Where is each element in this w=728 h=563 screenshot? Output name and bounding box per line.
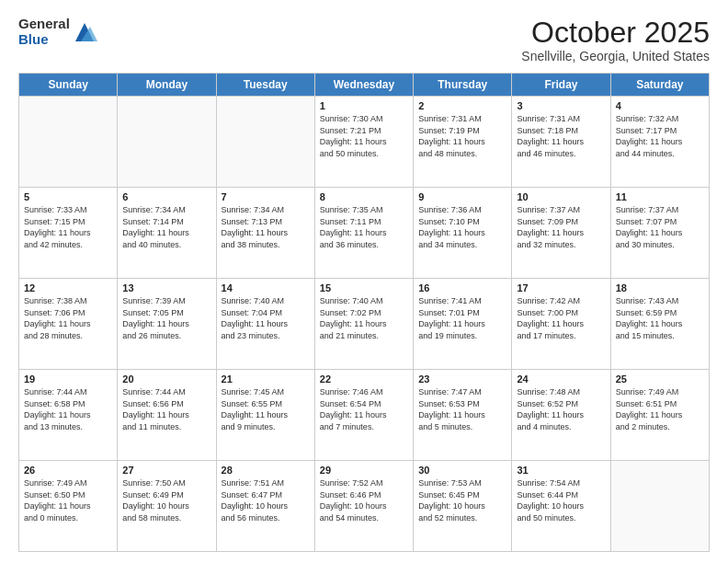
calendar-cell: 7Sunrise: 7:34 AM Sunset: 7:13 PM Daylig…: [216, 188, 314, 279]
calendar-cell: 1Sunrise: 7:30 AM Sunset: 7:21 PM Daylig…: [314, 97, 413, 188]
header-row: SundayMondayTuesdayWednesdayThursdayFrid…: [19, 74, 710, 97]
calendar-week-row: 26Sunrise: 7:49 AM Sunset: 6:50 PM Dayli…: [19, 461, 710, 552]
day-number: 27: [122, 465, 210, 476]
calendar-week-row: 19Sunrise: 7:44 AM Sunset: 6:58 PM Dayli…: [19, 370, 710, 461]
calendar-cell: 30Sunrise: 7:53 AM Sunset: 6:45 PM Dayli…: [414, 461, 512, 552]
day-info: Sunrise: 7:44 AM Sunset: 6:56 PM Dayligh…: [122, 386, 210, 432]
day-number: 31: [517, 465, 605, 476]
day-info: Sunrise: 7:49 AM Sunset: 6:50 PM Dayligh…: [24, 477, 112, 523]
day-number: 5: [24, 191, 112, 202]
calendar-cell: 31Sunrise: 7:54 AM Sunset: 6:44 PM Dayli…: [512, 461, 610, 552]
day-info: Sunrise: 7:37 AM Sunset: 7:07 PM Dayligh…: [616, 204, 704, 250]
calendar-cell: 15Sunrise: 7:40 AM Sunset: 7:02 PM Dayli…: [314, 279, 413, 370]
day-info: Sunrise: 7:51 AM Sunset: 6:47 PM Dayligh…: [222, 477, 310, 523]
location: Snellville, Georgia, United States: [521, 49, 710, 63]
day-info: Sunrise: 7:54 AM Sunset: 6:44 PM Dayligh…: [517, 477, 605, 523]
day-info: Sunrise: 7:32 AM Sunset: 7:17 PM Dayligh…: [616, 113, 704, 159]
day-of-week-header: Thursday: [414, 74, 512, 97]
calendar-cell: [610, 461, 709, 552]
calendar-cell: 25Sunrise: 7:49 AM Sunset: 6:51 PM Dayli…: [610, 370, 709, 461]
day-number: 30: [418, 465, 506, 476]
day-info: Sunrise: 7:30 AM Sunset: 7:21 PM Dayligh…: [320, 113, 408, 159]
day-info: Sunrise: 7:34 AM Sunset: 7:14 PM Dayligh…: [122, 204, 210, 250]
day-info: Sunrise: 7:43 AM Sunset: 6:59 PM Dayligh…: [616, 295, 704, 341]
day-info: Sunrise: 7:31 AM Sunset: 7:18 PM Dayligh…: [517, 113, 605, 159]
calendar-cell: 29Sunrise: 7:52 AM Sunset: 6:46 PM Dayli…: [314, 461, 413, 552]
day-number: 18: [616, 282, 704, 293]
calendar-week-row: 5Sunrise: 7:33 AM Sunset: 7:15 PM Daylig…: [19, 188, 710, 279]
day-number: 14: [222, 282, 310, 293]
day-number: 4: [616, 100, 704, 111]
calendar-cell: 9Sunrise: 7:36 AM Sunset: 7:10 PM Daylig…: [414, 188, 512, 279]
calendar-cell: [216, 97, 314, 188]
day-info: Sunrise: 7:37 AM Sunset: 7:09 PM Dayligh…: [517, 204, 605, 250]
calendar-cell: 8Sunrise: 7:35 AM Sunset: 7:11 PM Daylig…: [314, 188, 413, 279]
day-number: 22: [320, 373, 408, 385]
calendar-cell: 20Sunrise: 7:44 AM Sunset: 6:56 PM Dayli…: [118, 370, 216, 461]
day-info: Sunrise: 7:45 AM Sunset: 6:55 PM Dayligh…: [222, 386, 310, 432]
calendar-cell: 24Sunrise: 7:48 AM Sunset: 6:52 PM Dayli…: [512, 370, 610, 461]
calendar-cell: 14Sunrise: 7:40 AM Sunset: 7:04 PM Dayli…: [216, 279, 314, 370]
day-info: Sunrise: 7:53 AM Sunset: 6:45 PM Dayligh…: [418, 477, 506, 523]
day-number: 23: [418, 373, 506, 385]
day-number: 17: [517, 282, 605, 293]
calendar-cell: [19, 97, 118, 188]
day-number: 3: [517, 100, 605, 111]
day-number: 25: [616, 373, 704, 385]
day-number: 24: [517, 373, 605, 385]
page: General Blue October 2025 Snellville, Ge…: [0, 0, 728, 563]
calendar-cell: [118, 97, 216, 188]
day-info: Sunrise: 7:38 AM Sunset: 7:06 PM Dayligh…: [24, 295, 112, 341]
calendar-cell: 17Sunrise: 7:42 AM Sunset: 7:00 PM Dayli…: [512, 279, 610, 370]
day-number: 9: [418, 191, 506, 202]
day-number: 6: [122, 191, 210, 202]
day-number: 21: [222, 373, 310, 385]
day-number: 28: [222, 465, 310, 476]
calendar-cell: 18Sunrise: 7:43 AM Sunset: 6:59 PM Dayli…: [610, 279, 709, 370]
day-info: Sunrise: 7:40 AM Sunset: 7:04 PM Dayligh…: [222, 295, 310, 341]
calendar-cell: 19Sunrise: 7:44 AM Sunset: 6:58 PM Dayli…: [19, 370, 118, 461]
calendar-cell: 2Sunrise: 7:31 AM Sunset: 7:19 PM Daylig…: [414, 97, 512, 188]
day-number: 11: [616, 191, 704, 202]
day-number: 10: [517, 191, 605, 202]
day-info: Sunrise: 7:35 AM Sunset: 7:11 PM Dayligh…: [320, 204, 408, 250]
day-info: Sunrise: 7:49 AM Sunset: 6:51 PM Dayligh…: [616, 386, 704, 432]
calendar-cell: 11Sunrise: 7:37 AM Sunset: 7:07 PM Dayli…: [610, 188, 709, 279]
day-of-week-header: Wednesday: [314, 74, 413, 97]
calendar-cell: 23Sunrise: 7:47 AM Sunset: 6:53 PM Dayli…: [414, 370, 512, 461]
day-info: Sunrise: 7:34 AM Sunset: 7:13 PM Dayligh…: [222, 204, 310, 250]
calendar-cell: 4Sunrise: 7:32 AM Sunset: 7:17 PM Daylig…: [610, 97, 709, 188]
calendar-cell: 28Sunrise: 7:51 AM Sunset: 6:47 PM Dayli…: [216, 461, 314, 552]
day-info: Sunrise: 7:48 AM Sunset: 6:52 PM Dayligh…: [517, 386, 605, 432]
logo-general-text: General: [18, 17, 70, 32]
day-of-week-header: Tuesday: [216, 74, 314, 97]
day-of-week-header: Friday: [512, 74, 610, 97]
day-number: 1: [320, 100, 408, 111]
calendar-week-row: 12Sunrise: 7:38 AM Sunset: 7:06 PM Dayli…: [19, 279, 710, 370]
day-number: 16: [418, 282, 506, 293]
month-title: October 2025: [521, 17, 710, 49]
day-info: Sunrise: 7:36 AM Sunset: 7:10 PM Dayligh…: [418, 204, 506, 250]
calendar-cell: 21Sunrise: 7:45 AM Sunset: 6:55 PM Dayli…: [216, 370, 314, 461]
day-of-week-header: Monday: [118, 74, 216, 97]
day-info: Sunrise: 7:52 AM Sunset: 6:46 PM Dayligh…: [320, 477, 408, 523]
day-number: 12: [24, 282, 112, 293]
day-number: 7: [222, 191, 310, 202]
header: General Blue October 2025 Snellville, Ge…: [18, 17, 710, 63]
logo: General Blue: [18, 17, 97, 47]
logo-blue-text: Blue: [18, 32, 70, 48]
day-number: 20: [122, 373, 210, 385]
calendar-cell: 22Sunrise: 7:46 AM Sunset: 6:54 PM Dayli…: [314, 370, 413, 461]
day-info: Sunrise: 7:42 AM Sunset: 7:00 PM Dayligh…: [517, 295, 605, 341]
calendar-cell: 6Sunrise: 7:34 AM Sunset: 7:14 PM Daylig…: [118, 188, 216, 279]
day-info: Sunrise: 7:50 AM Sunset: 6:49 PM Dayligh…: [122, 477, 210, 523]
day-info: Sunrise: 7:40 AM Sunset: 7:02 PM Dayligh…: [320, 295, 408, 341]
calendar-cell: 10Sunrise: 7:37 AM Sunset: 7:09 PM Dayli…: [512, 188, 610, 279]
day-number: 19: [24, 373, 112, 385]
calendar-cell: 13Sunrise: 7:39 AM Sunset: 7:05 PM Dayli…: [118, 279, 216, 370]
calendar-cell: 26Sunrise: 7:49 AM Sunset: 6:50 PM Dayli…: [19, 461, 118, 552]
calendar-cell: 16Sunrise: 7:41 AM Sunset: 7:01 PM Dayli…: [414, 279, 512, 370]
day-info: Sunrise: 7:44 AM Sunset: 6:58 PM Dayligh…: [24, 386, 112, 432]
day-of-week-header: Sunday: [19, 74, 118, 97]
day-info: Sunrise: 7:39 AM Sunset: 7:05 PM Dayligh…: [122, 295, 210, 341]
